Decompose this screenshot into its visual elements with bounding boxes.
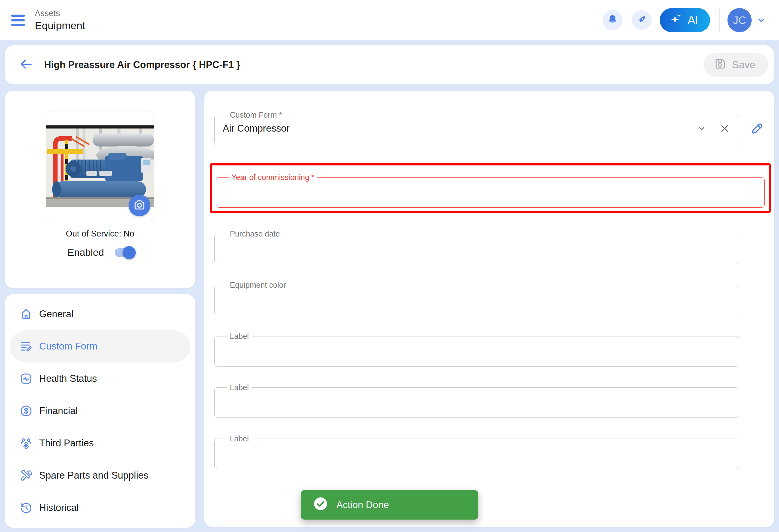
enabled-toggle[interactable] bbox=[115, 248, 133, 257]
toast-message: Action Done bbox=[337, 500, 389, 511]
ai-button-label: AI bbox=[688, 14, 698, 27]
sparkle-icon bbox=[669, 12, 682, 28]
field-label: Label bbox=[227, 435, 252, 443]
sidebar-item-label: Spare Parts and Supplies bbox=[39, 470, 148, 481]
rocket-icon bbox=[636, 14, 648, 27]
enabled-label: Enabled bbox=[67, 247, 104, 258]
change-photo-button[interactable] bbox=[129, 195, 150, 216]
topbar-right: AI JC bbox=[593, 8, 767, 32]
out-of-service-status: Out of Service: No bbox=[66, 229, 134, 239]
notifications-button[interactable] bbox=[603, 10, 622, 30]
sidebar-item-label: General bbox=[39, 309, 73, 320]
field-label: Label bbox=[227, 384, 252, 391]
left-column: Out of Service: No Enabled General bbox=[5, 91, 195, 528]
field-label: Year of commissioning * bbox=[229, 174, 317, 181]
top-bar: Assets Equipment bbox=[0, 0, 779, 40]
sidebar-item-label: Health Status bbox=[39, 373, 97, 384]
select-chevron-down-icon[interactable] bbox=[697, 124, 707, 133]
breadcrumb-page: Equipment bbox=[35, 19, 85, 32]
enabled-row: Enabled bbox=[67, 247, 132, 258]
toast-notification: Action Done bbox=[301, 490, 478, 520]
sidebar-item-spare-parts[interactable]: Spare Parts and Supplies bbox=[10, 459, 190, 492]
ai-button[interactable]: AI bbox=[660, 8, 710, 32]
section-menu: General Custom Form Heal bbox=[5, 294, 195, 528]
health-icon bbox=[19, 372, 33, 386]
field-label: Label bbox=[227, 332, 252, 340]
custom-form-field-row: Custom Form * Air Compressor bbox=[214, 111, 764, 145]
save-button-label: Save bbox=[732, 59, 756, 71]
custom-form-panel: Custom Form * Air Compressor Year of com… bbox=[204, 91, 774, 527]
equipment-color-field[interactable]: Equipment color bbox=[214, 281, 739, 315]
save-floppy-icon bbox=[713, 57, 726, 73]
clear-icon[interactable] bbox=[719, 123, 730, 134]
sidebar-item-historical[interactable]: Historical bbox=[10, 492, 190, 524]
field-label: Equipment color bbox=[227, 281, 289, 289]
custom-form-field-label: Custom Form * bbox=[227, 111, 285, 119]
check-circle-icon bbox=[313, 496, 328, 514]
camera-icon bbox=[133, 199, 146, 213]
field-label: Purchase date bbox=[227, 230, 283, 238]
custom-form-value: Air Compressor bbox=[222, 123, 290, 134]
home-icon bbox=[19, 307, 33, 321]
year-of-commissioning-field[interactable]: Year of commissioning * bbox=[216, 174, 765, 208]
sidebar-item-third-parties[interactable]: Third Parties bbox=[10, 427, 190, 459]
form-icon bbox=[19, 340, 33, 353]
launch-button[interactable] bbox=[632, 10, 652, 30]
sidebar-item-general[interactable]: General bbox=[10, 298, 190, 330]
label-field-2[interactable]: Label bbox=[214, 384, 739, 418]
sidebar-item-financial[interactable]: Financial bbox=[10, 395, 190, 427]
sidebar-item-label: Historical bbox=[39, 502, 78, 513]
sidebar-item-health-status[interactable]: Health Status bbox=[10, 362, 190, 395]
breadcrumb: Assets Equipment bbox=[35, 8, 85, 32]
asset-photo-card: Out of Service: No Enabled bbox=[5, 91, 195, 288]
asset-photo-frame bbox=[46, 111, 155, 221]
purchase-date-field[interactable]: Purchase date bbox=[214, 230, 739, 264]
back-arrow-icon bbox=[19, 57, 34, 73]
page-title: High Preassure Air Compressor { HPC-F1 } bbox=[44, 59, 240, 70]
dollar-icon bbox=[19, 404, 33, 418]
title-bar: High Preassure Air Compressor { HPC-F1 }… bbox=[5, 45, 774, 84]
label-field-1[interactable]: Label bbox=[214, 332, 739, 367]
back-button[interactable] bbox=[17, 56, 36, 74]
header-divider bbox=[719, 8, 720, 32]
breadcrumb-section: Assets bbox=[35, 8, 85, 19]
sidebar-item-label: Financial bbox=[39, 405, 78, 416]
validation-highlight-box: Year of commissioning * bbox=[209, 163, 771, 213]
custom-form-select[interactable]: Custom Form * Air Compressor bbox=[214, 111, 739, 145]
save-button[interactable]: Save bbox=[704, 53, 768, 77]
sidebar-item-label: Third Parties bbox=[39, 438, 94, 449]
account-chevron-down-icon[interactable] bbox=[756, 15, 767, 25]
sidebar-item-label: Custom Form bbox=[39, 341, 98, 352]
sidebar-item-custom-form[interactable]: Custom Form bbox=[10, 330, 190, 362]
bell-icon bbox=[607, 14, 618, 26]
menu-icon[interactable] bbox=[11, 15, 25, 26]
toggle-thumb bbox=[123, 246, 136, 259]
content: Out of Service: No Enabled General bbox=[5, 91, 774, 528]
edit-pencil-icon[interactable] bbox=[750, 121, 764, 135]
tools-icon bbox=[19, 469, 33, 482]
label-field-3[interactable]: Label bbox=[214, 435, 739, 469]
history-icon bbox=[19, 501, 33, 515]
avatar[interactable]: JC bbox=[727, 8, 752, 32]
avatar-initials: JC bbox=[733, 14, 746, 26]
topbar-left: Assets Equipment bbox=[11, 8, 85, 32]
people-icon bbox=[19, 437, 33, 450]
